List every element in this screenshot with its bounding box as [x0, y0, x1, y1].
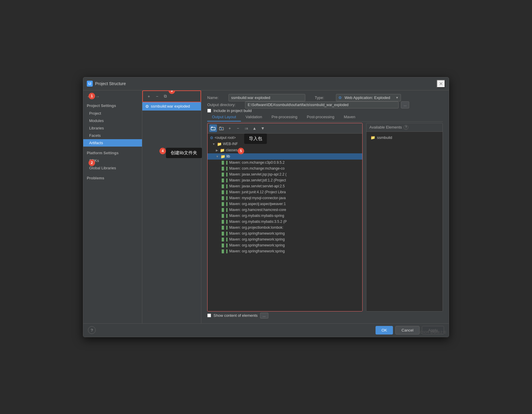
ok-button[interactable]: OK — [376, 326, 393, 335]
tree-item-webinf[interactable]: ▼ 📁 WEB-INF — [208, 141, 362, 147]
move-down-button[interactable]: ▼ — [259, 124, 267, 132]
type-select[interactable]: Web Application: Exploded Web Applicatio… — [336, 94, 401, 101]
tab-validation[interactable]: Validation — [241, 113, 267, 121]
type-label: Type: — [315, 95, 332, 100]
maven-item-label: Maven: org.springframework:spring — [229, 237, 285, 241]
title-bar: IJ Project Structure ✕ — [83, 77, 449, 90]
list-item[interactable]: ▐▌▐ Maven: org.springframework:spring — [208, 236, 362, 242]
include-in-build-checkbox[interactable] — [207, 109, 211, 113]
tab-output-layout[interactable]: Output Layout — [207, 113, 241, 121]
classes-label: classes — [226, 148, 238, 152]
problems-section: Problems — [83, 173, 142, 183]
list-item[interactable]: ▐▌▐ Maven: org.mybatis:mybatis:3.5.2 (P — [208, 219, 362, 225]
tree-item-classes[interactable]: ▶ 📁 classes — [208, 147, 362, 153]
list-item[interactable]: ▐▌▐ Maven: mysql:mysql-connector-java — [208, 195, 362, 201]
show-content-checkbox[interactable] — [207, 314, 211, 317]
name-label: Name: — [207, 95, 225, 100]
list-item[interactable]: ▐▌▐ Maven: javax.servlet:jstl:1.2 (Proje… — [208, 177, 362, 183]
left-content: + − ⧉ 3 ⚙ ssmbuild:war exploded Name: Ty… — [142, 90, 449, 323]
list-item[interactable]: ▐▌▐ Maven: org.springframework:spring — [208, 230, 362, 236]
action-buttons: OK Cancel Apply — [376, 326, 444, 335]
list-item[interactable]: ▐▌▐ Maven: org.aspectj:aspectjweaver:1 — [208, 201, 362, 207]
maven-icon: ▐▌▐ — [221, 178, 227, 182]
remove-element-button[interactable]: − — [234, 124, 242, 132]
callout-4: 4 — [159, 148, 166, 154]
sidebar-item-libraries[interactable]: Libraries — [83, 124, 142, 132]
name-input[interactable] — [229, 94, 305, 101]
dialog-content: ← → Project Settings Project Modules Lib… — [83, 90, 449, 323]
available-item-label: ssmbuild — [377, 135, 392, 140]
sidebar-item-artifacts[interactable]: Artifacts — [83, 139, 142, 147]
dialog-title: Project Structure — [95, 81, 126, 86]
name-row: Name: Type: ⚙ Web Application: Exploded … — [207, 94, 443, 101]
maven-icon: ▐▌▐ — [221, 214, 227, 217]
tree-item-output-root[interactable]: ⚙ <output root> — [208, 135, 362, 141]
output-tree-panel: L + — [207, 123, 363, 311]
remove-artifact-button[interactable]: − — [154, 93, 161, 100]
artifact-item[interactable]: ⚙ ssmbuild:war exploded — [142, 102, 201, 111]
tree-item-lib[interactable]: ▼ 📁 lib — [208, 153, 362, 160]
move-up-button[interactable]: ▲ — [251, 124, 258, 132]
callout-2: 2 — [89, 160, 95, 166]
show-content-browse-button[interactable]: ... — [260, 313, 268, 319]
problems-label[interactable]: Problems — [83, 174, 142, 182]
available-item-ssmbuild[interactable]: 📁 ssmbuild — [369, 134, 440, 141]
root-icon: ⚙ — [210, 136, 213, 140]
add-element-button[interactable]: + — [226, 124, 234, 132]
platform-settings-label[interactable]: Platform Settings — [83, 149, 142, 157]
apply-button: Apply — [422, 326, 444, 335]
list-item[interactable]: ▐▌▐ Maven: org.projectlombok:lombok: — [208, 225, 362, 230]
maven-item-label: Maven: org.mybatis:mybatis-spring — [229, 214, 284, 218]
maven-item-label: Maven: mysql:mysql-connector-java — [229, 196, 285, 200]
svg-rect-4 — [219, 127, 221, 128]
list-item[interactable]: ▐▌▐ Maven: org.springframework:spring — [208, 248, 362, 254]
maven-item-label: Maven: org.springframework:spring — [229, 243, 285, 247]
add-artifact-button[interactable]: + — [145, 93, 152, 100]
artifact-list-panel: + − ⧉ 3 ⚙ ssmbuild:war exploded — [142, 90, 201, 323]
webinf-label: WEB-INF — [223, 142, 238, 146]
show-content-label: Show content of elements — [213, 313, 258, 318]
list-item[interactable]: ▐▌▐ Maven: com.mchange:c3p0:0.9.5.2 — [208, 160, 362, 165]
list-item[interactable]: ▐▌▐ Maven: org.hamcrest:hamcrest-core — [208, 207, 362, 213]
list-item[interactable]: ▐▌▐ Maven: org.springframework:spring — [208, 242, 362, 248]
output-dir-input[interactable] — [245, 101, 399, 108]
cancel-button[interactable]: Cancel — [395, 326, 420, 335]
sidebar-item-facets[interactable]: Facets — [83, 132, 142, 139]
app-icon: IJ — [87, 81, 93, 87]
output-root-label: <output root> — [215, 136, 236, 140]
tab-post-processing[interactable]: Post-processing — [302, 113, 339, 121]
output-tree[interactable]: ⚙ <output root> ▼ 📁 WEB-INF ▶ — [208, 134, 362, 311]
sidebar-item-project[interactable]: Project — [83, 110, 142, 117]
tab-pre-processing[interactable]: Pre-processing — [267, 113, 302, 121]
create-lib-folder-button[interactable]: L — [209, 124, 217, 132]
create-dir-button[interactable] — [218, 124, 225, 132]
available-elements-label: Available Elements — [369, 125, 402, 129]
type-icon: ⚙ — [338, 95, 342, 100]
list-item[interactable]: ▐▌▐ Maven: junit:junit:4.12 (Project Lib… — [208, 189, 362, 195]
sort-alphabetically-button[interactable]: ↕a — [242, 124, 250, 132]
available-header: Available Elements ? — [366, 123, 443, 132]
maven-item-label: Maven: org.mybatis:mybatis:3.5.2 (P — [229, 220, 287, 224]
copy-artifact-button[interactable]: ⧉ — [162, 93, 169, 100]
list-item[interactable]: ▐▌▐ Maven: com.mchange:mchange-co — [208, 165, 362, 171]
browse-button[interactable]: ... — [401, 101, 409, 108]
project-settings-label[interactable]: Project Settings — [83, 102, 142, 110]
available-content[interactable]: 📁 ssmbuild — [366, 132, 443, 311]
callout-3: 3 — [169, 90, 175, 94]
list-item[interactable]: ▐▌▐ Maven: org.mybatis:mybatis-spring — [208, 213, 362, 219]
close-button[interactable]: ✕ — [437, 80, 445, 88]
maven-item-label: Maven: com.mchange:c3p0:0.9.5.2 — [229, 160, 284, 165]
folder-icon-webinf: 📁 — [217, 142, 222, 146]
show-content-row: Show content of elements ... — [207, 311, 443, 320]
sidebar-item-modules[interactable]: Modules — [83, 117, 142, 124]
bottom-bar: ? OK Cancel Apply — [83, 323, 449, 337]
list-item[interactable]: ▐▌▐ Maven: javax.servlet.jsp:jsp-api:2.2… — [208, 171, 362, 177]
maven-icon: ▐▌▐ — [221, 161, 227, 164]
maven-icon: ▐▌▐ — [221, 249, 227, 253]
help-button[interactable]: ? — [88, 326, 96, 334]
maven-icon: ▐▌▐ — [221, 232, 227, 235]
tab-maven[interactable]: Maven — [339, 113, 360, 121]
project-settings-section: Project Settings Project Modules Librari… — [83, 100, 142, 148]
available-help-icon: ? — [404, 125, 408, 130]
list-item[interactable]: ▐▌▐ Maven: javax.servlet:servlet-api:2.5 — [208, 183, 362, 189]
